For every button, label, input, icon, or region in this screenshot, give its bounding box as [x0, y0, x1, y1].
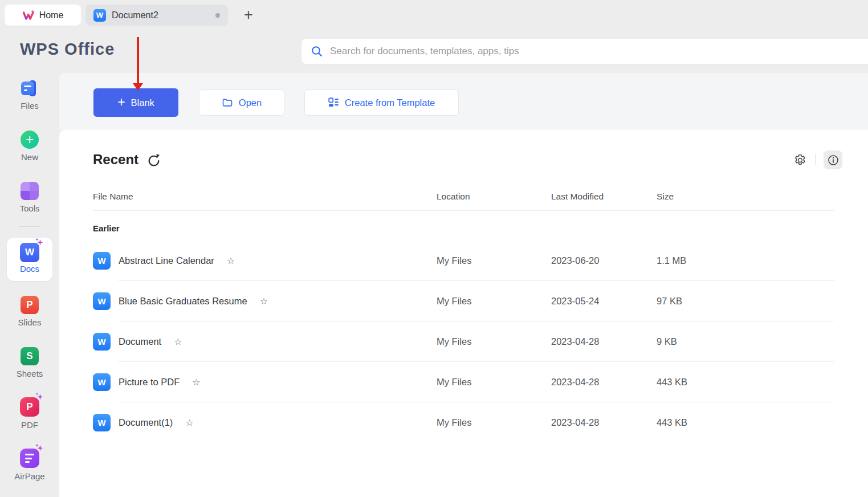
sidebar-item-label: PDF	[21, 420, 38, 430]
sidebar-item-pdf[interactable]: P PDF	[0, 397, 59, 430]
pdf-icon: P	[20, 397, 39, 417]
sidebar-item-label: Slides	[18, 317, 42, 327]
tools-icon	[21, 182, 39, 200]
new-tab-button[interactable]: +	[240, 6, 257, 24]
table-row[interactable]: W Document(1)☆ My Files 2023-04-28 443 K…	[59, 402, 868, 443]
file-modified: 2023-04-28	[551, 402, 599, 443]
group-label-earlier: Earlier	[93, 223, 120, 233]
sidebar-item-label: AirPage	[14, 471, 44, 481]
table-row[interactable]: W Abstract Line Calendar☆ My Files 2023-…	[59, 241, 868, 281]
file-location: My Files	[437, 362, 471, 402]
open-button[interactable]: Open	[199, 89, 284, 116]
file-modified: 2023-04-28	[551, 321, 599, 362]
create-from-template-label: Create from Template	[345, 97, 435, 108]
blank-button[interactable]: + Blank	[93, 88, 178, 117]
sidebar-item-label: Files	[21, 101, 39, 111]
writer-doc-icon: W	[93, 373, 111, 391]
search-icon	[311, 45, 323, 58]
writer-doc-icon: W	[93, 333, 111, 351]
writer-doc-icon: W	[93, 414, 111, 431]
create-from-template-button[interactable]: Create from Template	[304, 89, 459, 116]
column-header-location[interactable]: Location	[437, 192, 470, 202]
header-divider	[93, 210, 834, 211]
file-name[interactable]: Picture to PDF	[119, 377, 180, 388]
star-icon[interactable]: ☆	[174, 336, 182, 347]
sheets-icon: S	[21, 347, 39, 365]
file-modified: 2023-04-28	[551, 362, 599, 402]
file-size: 1.1 MB	[657, 241, 686, 281]
recent-panel: Recent File Name Location Last Modified …	[59, 130, 868, 497]
column-header-last-modified[interactable]: Last Modified	[551, 192, 604, 202]
wps-office-logo: WPS Office	[20, 40, 115, 59]
info-button[interactable]	[824, 150, 842, 169]
sidebar-item-label: New	[21, 152, 38, 162]
file-location: My Files	[437, 321, 471, 362]
file-size: 9 KB	[657, 321, 677, 362]
template-icon	[328, 97, 339, 108]
writer-doc-icon: W	[93, 252, 111, 270]
table-row[interactable]: W Document☆ My Files 2023-04-28 9 KB	[59, 321, 868, 362]
sidebar-item-tools[interactable]: Tools	[0, 182, 59, 213]
sidebar-item-docs[interactable]: W Docs	[7, 238, 52, 281]
plus-icon: +	[117, 95, 125, 110]
file-location: My Files	[437, 281, 471, 321]
sidebar-item-files[interactable]: Files	[0, 79, 59, 111]
wps-office-home: { "tabs": { "home": { "label": "Home" },…	[0, 0, 868, 497]
file-size: 97 KB	[657, 281, 682, 321]
writer-doc-icon: W	[93, 292, 111, 310]
settings-gear-icon[interactable]	[793, 153, 807, 167]
file-name[interactable]: Blue Basic Graduates Resume	[119, 296, 247, 307]
file-name[interactable]: Document(1)	[119, 417, 173, 428]
airpage-icon	[20, 449, 39, 468]
tab-home-label: Home	[39, 10, 64, 21]
writer-doc-icon: W	[93, 9, 106, 22]
blank-button-label: Blank	[131, 97, 154, 108]
unsaved-dot-icon	[215, 13, 220, 18]
sparkle-icon	[35, 392, 44, 401]
table-row[interactable]: W Blue Basic Graduates Resume☆ My Files …	[59, 281, 868, 321]
file-name[interactable]: Document	[119, 336, 161, 347]
info-icon	[828, 154, 839, 166]
sparkle-icon	[35, 238, 44, 247]
file-modified: 2023-06-20	[551, 241, 599, 281]
column-header-file-name[interactable]: File Name	[93, 192, 133, 202]
sidebar-item-sheets[interactable]: S Sheets	[0, 347, 59, 378]
docs-icon: W	[20, 243, 39, 262]
star-icon[interactable]: ☆	[185, 417, 193, 428]
recent-title: Recent	[93, 152, 138, 168]
tab-document2-label: Document2	[112, 10, 210, 21]
sidebar-item-airpage[interactable]: AirPage	[0, 449, 59, 481]
sidebar-item-new[interactable]: + New	[0, 131, 59, 162]
file-size: 443 KB	[657, 402, 687, 443]
sidebar-item-slides[interactable]: P Slides	[0, 296, 59, 327]
file-name[interactable]: Abstract Line Calendar	[119, 255, 214, 266]
star-icon[interactable]: ☆	[260, 296, 268, 307]
files-icon	[21, 79, 39, 97]
new-plus-icon: +	[21, 131, 39, 149]
file-location: My Files	[437, 241, 471, 281]
column-header-size[interactable]: Size	[657, 192, 674, 202]
table-row[interactable]: W Picture to PDF☆ My Files 2023-04-28 44…	[59, 362, 868, 402]
star-icon[interactable]: ☆	[192, 377, 200, 388]
refresh-icon[interactable]	[147, 154, 161, 168]
slides-icon: P	[21, 296, 39, 314]
file-size: 443 KB	[657, 362, 687, 402]
file-location: My Files	[437, 402, 471, 443]
search-input[interactable]: Search for documents, templates, apps, t…	[301, 39, 868, 64]
sidebar-item-label: Docs	[20, 264, 39, 274]
sparkle-icon	[35, 443, 44, 453]
open-button-label: Open	[239, 97, 262, 108]
quick-actions-panel: + Blank Open Create from Template	[59, 73, 868, 130]
tab-document2[interactable]: W Document2	[85, 5, 228, 26]
search-placeholder: Search for documents, templates, apps, t…	[330, 46, 519, 57]
folder-icon	[222, 97, 233, 108]
toolbar-divider	[815, 154, 816, 165]
file-list: W Abstract Line Calendar☆ My Files 2023-…	[59, 241, 868, 443]
sidebar-divider	[19, 226, 40, 227]
star-icon[interactable]: ☆	[227, 255, 235, 266]
file-modified: 2023-05-24	[551, 281, 599, 321]
tab-home[interactable]: Home	[5, 5, 81, 26]
wps-logo-icon	[22, 10, 35, 21]
sidebar-item-label: Tools	[19, 203, 39, 213]
sidebar-item-label: Sheets	[17, 369, 43, 378]
